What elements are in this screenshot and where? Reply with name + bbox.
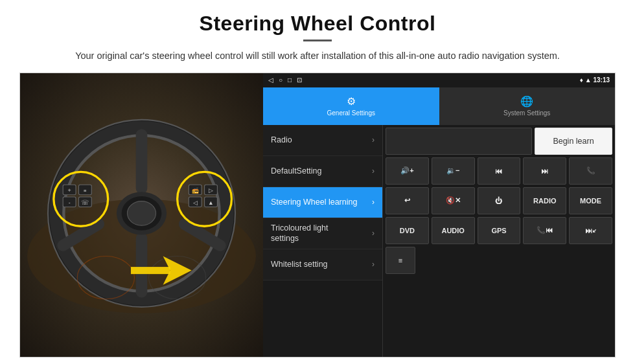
tab-general[interactable]: ⚙ General Settings [263,87,439,125]
menu-item-radio[interactable]: Radio › [263,125,382,156]
hangup-icon: ↩ [404,196,410,205]
chevron-icon: › [372,198,375,207]
menu-list: Radio › DefaultSetting › Steering Wheel … [263,125,383,357]
ui-panel: ◁ ○ □ ⊡ ♦ ▲ 13:13 ⚙ General Settings 🌐 [263,73,615,357]
gps-button[interactable]: GPS [478,217,521,244]
menu-list-icon: ≡ [398,256,402,264]
prev-track-button[interactable]: ⏮ [478,157,521,185]
vol-down-button[interactable]: 🔉− [432,157,475,185]
tab-system-label: System Settings [503,109,550,117]
ctrl-row-1: 🔊+ 🔉− ⏮ ⏭ 📞 [386,157,612,185]
next-track-button[interactable]: ⏭ [523,157,566,185]
controls-panel: Begin learn 🔊+ 🔉− ⏮ [383,125,615,357]
svg-text:-: - [69,199,71,206]
mode-button[interactable]: MODE [569,187,612,214]
home-icon: ○ [279,76,283,84]
chevron-icon: › [372,166,375,176]
mode-label: MODE [580,197,601,205]
status-bar: ◁ ○ □ ⊡ ♦ ▲ 13:13 [263,73,615,87]
settings-gear-icon: ⚙ [347,95,356,108]
chevron-icon: › [372,229,375,238]
svg-text:+: + [68,187,71,194]
dvd-label: DVD [400,227,415,234]
menu-whitelist-label: Whitelist setting [271,259,328,269]
recent-icon: □ [288,76,292,84]
menu-item-default[interactable]: DefaultSetting › [263,156,382,187]
svg-text:📻: 📻 [192,187,200,194]
steering-wheel-svg: + - ≡ ☏ 📻 ◁ ▷ ▲ [20,73,263,357]
content-area: + - ≡ ☏ 📻 ◁ ▷ ▲ [19,73,616,358]
audio-label: AUDIO [441,227,464,234]
tab-general-label: General Settings [327,109,376,117]
learn-spacer [386,128,532,155]
svg-text:▲: ▲ [208,199,214,206]
power-icon: ⏻ [495,197,502,205]
system-icon: 🌐 [520,95,533,108]
photo-panel: + - ≡ ☏ 📻 ◁ ▷ ▲ [20,73,263,357]
svg-text:≡: ≡ [84,188,87,194]
menu-icon-button[interactable]: ≡ [386,247,415,274]
ctrl-row-4: ≡ [386,247,612,274]
ctrl-row-3: DVD AUDIO GPS 📞⏮ ⏭↙ [386,217,612,244]
svg-text:☏: ☏ [81,199,89,206]
gps-label: GPS [491,227,506,234]
status-icons-left: ◁ ○ □ ⊡ [268,76,302,84]
svg-rect-33 [131,267,170,274]
svg-text:◁: ◁ [193,199,198,206]
begin-learn-row: Begin learn [386,128,612,155]
skip-next-icon: ⏭↙ [585,227,596,234]
audio-button[interactable]: AUDIO [432,217,475,244]
menu-steering-label: Steering Wheel learning [271,197,357,207]
page-subtitle: Your original car's steering wheel contr… [75,49,560,63]
title-divider [303,40,332,41]
radio-label: RADIO [533,197,556,205]
tab-system[interactable]: 🌐 System Settings [439,87,616,125]
menu-radio-label: Radio [271,135,292,145]
phone-prev-button[interactable]: 📞⏮ [523,217,566,244]
svg-text:▷: ▷ [209,187,213,194]
mute-button[interactable]: 🔇✕ [432,187,475,214]
menu-default-label: DefaultSetting [271,166,322,176]
mute-icon: 🔇✕ [446,196,461,205]
hang-up-button[interactable]: ↩ [386,187,429,214]
page-title: Steering Wheel Control [200,12,436,36]
vol-up-button[interactable]: 🔊+ [386,157,429,185]
clock: 13:13 [593,76,610,84]
next-icon: ⏭ [541,167,548,175]
menu-item-whitelist[interactable]: Whitelist setting › [263,249,382,280]
page-wrapper: Steering Wheel Control Your original car… [0,0,635,364]
vol-down-icon: 🔉− [446,166,459,175]
status-time: ♦ ▲ 13:13 [580,76,610,84]
phone-prev-icon: 📞⏮ [537,226,553,234]
phone-icon: 📞 [586,166,595,175]
phone-button[interactable]: 📞 [569,157,612,185]
photo-bg: + - ≡ ☏ 📻 ◁ ▷ ▲ [20,73,263,357]
power-button[interactable]: ⏻ [478,187,521,214]
ctrl-row-2: ↩ 🔇✕ ⏻ RADIO MODE [386,187,612,214]
chevron-icon: › [372,135,375,144]
vol-up-icon: 🔊+ [400,166,413,175]
chevron-icon: › [372,260,375,269]
menu-tricoloured-label: Tricoloured lightsettings [271,223,328,244]
skip-next-button[interactable]: ⏭↙ [569,217,612,244]
menu-item-tricoloured[interactable]: Tricoloured lightsettings › [263,218,382,249]
apps-icon: ⊡ [297,76,302,84]
signal-icon: ♦ ▲ [580,76,594,84]
menu-item-steering[interactable]: Steering Wheel learning › [263,187,382,218]
prev-icon: ⏮ [495,167,502,175]
svg-point-11 [127,201,156,225]
dvd-button[interactable]: DVD [386,217,429,244]
top-tabs: ⚙ General Settings 🌐 System Settings [263,87,615,125]
back-icon: ◁ [268,76,273,84]
radio-button[interactable]: RADIO [523,187,566,214]
main-content: Radio › DefaultSetting › Steering Wheel … [263,125,615,357]
begin-learn-button[interactable]: Begin learn [535,128,612,155]
